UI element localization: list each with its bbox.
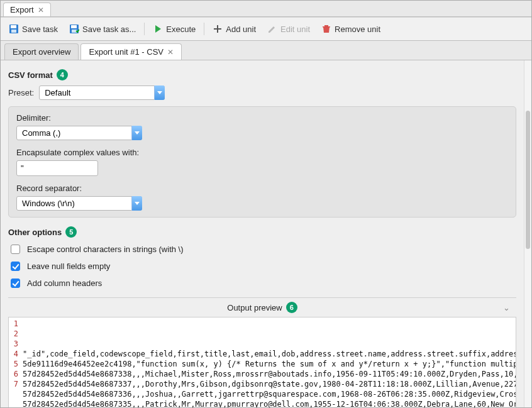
save-task-label: Save task	[22, 25, 58, 34]
encapsulate-label: Encapsulate complex values with:	[16, 148, 508, 157]
section-title: Output preview	[227, 303, 282, 312]
add-unit-label: Add unit	[226, 25, 256, 34]
preset-value[interactable]	[39, 85, 165, 100]
close-icon[interactable]: ✕	[38, 6, 44, 14]
plus-icon	[213, 24, 223, 34]
delimiter-select[interactable]	[16, 126, 142, 140]
section-title: Other options	[8, 228, 62, 237]
svg-rect-2	[11, 30, 16, 33]
record-separator-label: Record separator:	[16, 184, 508, 193]
export-window: Export ✕ Save task Save task as... Execu…	[0, 0, 532, 408]
tab-export-unit-1[interactable]: Export unit #1 - CSV ✕	[80, 43, 182, 60]
floppy-as-icon	[69, 24, 79, 34]
execute-button[interactable]: Execute	[148, 21, 200, 36]
step-badge-5: 5	[65, 226, 77, 238]
save-task-as-label: Save task as...	[82, 25, 136, 34]
tab-label: Export overview	[13, 47, 70, 57]
preview-code: "_id",code_field,codewscope_field,first,…	[9, 348, 516, 407]
toolbar-separator	[204, 23, 204, 35]
svg-rect-4	[71, 25, 77, 28]
delimiter-value[interactable]	[16, 126, 142, 140]
svg-rect-7	[323, 26, 330, 28]
other-options-heading: Other options 5	[8, 226, 516, 238]
output-preview[interactable]: 1 2 3 4 5 6 7 "_id",code_field,codewscop…	[8, 317, 516, 407]
window-tab-label: Export	[10, 5, 34, 14]
close-icon[interactable]: ✕	[167, 48, 174, 56]
scrollbar-vertical[interactable]	[524, 60, 531, 407]
add-unit-button[interactable]: Add unit	[208, 21, 260, 36]
leave-null-checkbox[interactable]	[11, 262, 20, 271]
play-icon	[153, 24, 163, 34]
add-headers-checkbox[interactable]	[11, 278, 20, 288]
add-headers-label: Add column headers	[27, 278, 102, 288]
output-preview-heading: Output preview 6 ⌄	[8, 297, 516, 317]
edit-unit-button: Edit unit	[263, 21, 314, 36]
tab-label: Export unit #1 - CSV	[89, 47, 163, 57]
step-badge-6: 6	[286, 302, 297, 313]
save-task-button[interactable]: Save task	[4, 21, 62, 36]
remove-unit-label: Remove unit	[335, 25, 380, 34]
record-separator-value[interactable]	[16, 196, 142, 211]
section-title: CSV format	[8, 70, 53, 80]
escape-chars-label: Escape control characters in strings (wi…	[27, 245, 184, 254]
line-number-gutter: 1 2 3 4 5 6 7	[9, 317, 20, 407]
toolbar: Save task Save task as... Execute Add un…	[1, 17, 531, 41]
window-tab-row: Export ✕	[1, 1, 531, 17]
delimiter-label: Delimiter:	[16, 113, 508, 123]
pencil-icon	[267, 24, 277, 34]
svg-rect-6	[324, 25, 328, 26]
execute-label: Execute	[166, 25, 196, 34]
svg-rect-1	[11, 25, 16, 28]
preset-label: Preset:	[8, 88, 34, 97]
record-separator-select[interactable]	[16, 196, 142, 211]
leave-null-label: Leave null fields empty	[27, 262, 110, 271]
remove-unit-button[interactable]: Remove unit	[317, 21, 385, 36]
scrollbar-thumb[interactable]	[526, 111, 530, 249]
window-tab-export[interactable]: Export ✕	[3, 3, 51, 16]
chevron-down-icon[interactable]: ⌄	[503, 303, 510, 312]
toolbar-separator	[144, 23, 145, 35]
main-panel: CSV format 4 Preset: Delimiter:	[1, 60, 531, 407]
inner-tab-row: Export overview Export unit #1 - CSV ✕	[1, 41, 531, 60]
edit-unit-label: Edit unit	[280, 25, 310, 34]
csv-format-panel: Delimiter: Encapsulate complex values wi…	[8, 106, 516, 218]
preset-select[interactable]	[39, 85, 165, 100]
escape-chars-checkbox[interactable]	[11, 245, 20, 254]
tab-export-overview[interactable]: Export overview	[4, 43, 79, 60]
save-task-as-button[interactable]: Save task as...	[65, 21, 140, 36]
step-badge-4: 4	[57, 69, 68, 80]
trash-icon	[321, 24, 331, 34]
floppy-icon	[9, 24, 19, 34]
encapsulate-input[interactable]	[16, 160, 98, 176]
csv-format-heading: CSV format 4	[8, 69, 516, 80]
